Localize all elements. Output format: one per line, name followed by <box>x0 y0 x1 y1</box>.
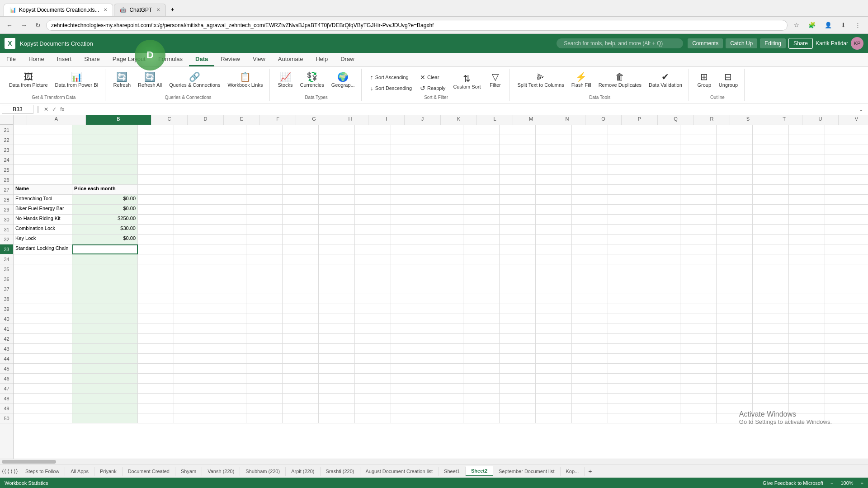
sheet-tab-srashti[interactable]: Srashti (220) <box>321 467 360 476</box>
download-button[interactable]: ⬇ <box>837 20 849 30</box>
cell-b29[interactable]: $0.00 <box>72 205 138 215</box>
sheet-tab-august[interactable]: August Document Creation list <box>360 467 439 476</box>
tab-home[interactable]: Home <box>22 53 51 66</box>
cell-u22[interactable] <box>789 135 825 145</box>
feedback-text[interactable]: Give Feedback to Microsoft <box>763 480 823 486</box>
row-39[interactable]: 39 <box>0 304 13 314</box>
add-sheet-button[interactable]: + <box>585 466 595 477</box>
cell-b27[interactable]: Price each month <box>72 185 138 195</box>
cell-a32[interactable]: Key Lock <box>14 235 72 244</box>
group-button[interactable]: ⊞ Group <box>694 70 714 89</box>
cell-a27[interactable]: Name <box>14 185 72 195</box>
comments-button[interactable]: Comments <box>688 38 723 48</box>
row-48[interactable]: 48 <box>0 394 13 404</box>
row-29[interactable]: 29 <box>0 205 13 215</box>
col-header-s[interactable]: S <box>730 115 766 125</box>
col-header-h[interactable]: H <box>332 115 368 125</box>
cell-l21[interactable] <box>463 125 500 135</box>
tab-view[interactable]: View <box>246 53 272 66</box>
cell-o22[interactable] <box>572 135 608 145</box>
row-49[interactable]: 49 <box>0 404 13 413</box>
cell-a29[interactable]: Biker Fuel Energy Bar <box>14 205 72 215</box>
insert-function-icon[interactable]: fx <box>59 106 66 113</box>
custom-sort-button[interactable]: ⇅ Custom Sort <box>450 72 483 91</box>
col-header-i[interactable]: I <box>368 115 405 125</box>
col-header-m[interactable]: M <box>513 115 549 125</box>
horizontal-scrollbar[interactable] <box>0 459 868 464</box>
cell-c21[interactable] <box>138 125 174 135</box>
cell-f21[interactable] <box>246 125 283 135</box>
cell-i21[interactable] <box>355 125 391 135</box>
zoom-plus[interactable]: + <box>861 480 863 486</box>
sheet-tab-priyank[interactable]: Priyank <box>94 467 123 476</box>
tab-data[interactable]: Data <box>189 53 214 66</box>
cell-r22[interactable] <box>680 135 717 145</box>
data-from-powerbi-button[interactable]: 📊 Data from Power BI <box>52 70 101 89</box>
row-44[interactable]: 44 <box>0 354 13 364</box>
tab-chatgpt[interactable]: 🤖 ChatGPT ✕ <box>114 4 166 16</box>
new-tab-button[interactable]: + <box>167 4 178 15</box>
split-text-button[interactable]: ⫸ Split Text to Columns <box>515 70 567 89</box>
col-header-j[interactable]: J <box>405 115 441 125</box>
cell-a31[interactable]: Combination Lock <box>14 225 72 235</box>
cell-v21[interactable] <box>825 125 861 135</box>
cell-q21[interactable] <box>644 125 680 135</box>
row-22[interactable]: 22 <box>0 135 13 145</box>
chatgpt-tab-close[interactable]: ✕ <box>156 7 160 12</box>
reload-button[interactable]: ↻ <box>33 20 43 31</box>
sheet-nav-first[interactable]: ⟨⟨ <box>2 468 6 474</box>
sheet-nav-next[interactable]: ⟩ <box>10 468 13 474</box>
cell-f22[interactable] <box>246 135 283 145</box>
clear-button[interactable]: ✕ Clear <box>417 72 448 82</box>
cell-t22[interactable] <box>753 135 789 145</box>
confirm-formula-icon[interactable]: ✓ <box>51 106 58 113</box>
flash-fill-button[interactable]: ⚡ Flash Fill <box>569 70 594 89</box>
sheet-tab-shyam[interactable]: Shyam <box>175 467 202 476</box>
expand-formula-icon[interactable]: ⌄ <box>856 106 866 113</box>
cell-s22[interactable] <box>717 135 753 145</box>
stocks-button[interactable]: 📈 Stocks <box>275 70 296 89</box>
cell-b31[interactable]: $30.00 <box>72 225 138 235</box>
cell-a30[interactable]: No-Hands Riding Kit <box>14 215 72 225</box>
cell-o21[interactable] <box>572 125 608 135</box>
refresh-all-button[interactable]: 🔄 Refresh All <box>135 70 165 89</box>
cell-b23[interactable] <box>72 145 138 155</box>
cell-w21[interactable] <box>861 125 868 135</box>
row-28[interactable]: 28 <box>0 195 13 205</box>
cell-p22[interactable] <box>608 135 644 145</box>
row-36[interactable]: 36 <box>0 274 13 284</box>
cell-a33[interactable]: Standard Locking Chain <box>14 244 72 254</box>
share-button[interactable]: Share <box>788 38 813 49</box>
cell-a22[interactable] <box>14 135 72 145</box>
cell-b33[interactable] <box>72 244 138 254</box>
row-27[interactable]: 27 <box>0 185 13 195</box>
back-button[interactable]: ← <box>4 20 15 31</box>
cell-i22[interactable] <box>355 135 391 145</box>
cell-reference-input[interactable] <box>2 105 33 114</box>
cell-l22[interactable] <box>463 135 500 145</box>
tab-excel[interactable]: 📊 Kopyst Documents Creation.xls... ✕ <box>4 4 113 16</box>
reapply-button[interactable]: ↺ Reapply <box>417 83 448 93</box>
col-header-e[interactable]: E <box>224 115 260 125</box>
cell-g22[interactable] <box>283 135 319 145</box>
cell-g21[interactable] <box>283 125 319 135</box>
scroll-thumb[interactable] <box>2 460 56 464</box>
cell-u21[interactable] <box>789 125 825 135</box>
tab-file[interactable]: File <box>0 53 22 66</box>
remove-duplicates-button[interactable]: 🗑 Remove Duplicates <box>596 70 644 89</box>
row-35[interactable]: 35 <box>0 264 13 274</box>
cell-m22[interactable] <box>500 135 536 145</box>
extension-button[interactable]: 🧩 <box>805 20 819 30</box>
row-40[interactable]: 40 <box>0 314 13 324</box>
queries-connections-button[interactable]: 🔗 Queries & Connections <box>166 70 223 89</box>
col-header-g[interactable]: G <box>296 115 332 125</box>
cell-h22[interactable] <box>319 135 355 145</box>
sheet-tab-september[interactable]: September Document list <box>493 467 561 476</box>
workbook-statistics[interactable]: Workbook Statistics <box>5 480 48 486</box>
cell-e21[interactable] <box>210 125 246 135</box>
col-header-l[interactable]: L <box>477 115 513 125</box>
cell-a28[interactable]: Entrenching Tool <box>14 195 72 205</box>
row-34[interactable]: 34 <box>0 254 13 264</box>
row-37[interactable]: 37 <box>0 284 13 294</box>
row-31[interactable]: 31 <box>0 225 13 235</box>
